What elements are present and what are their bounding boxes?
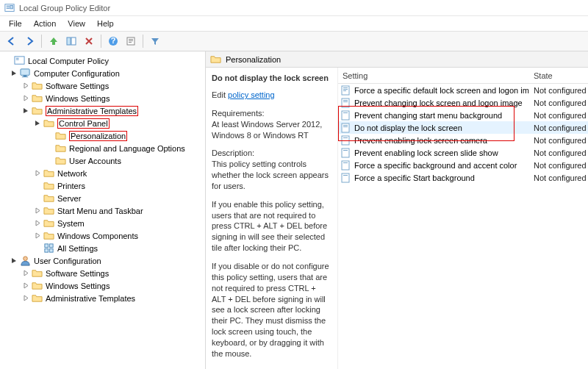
setting-state: Not configured: [529, 123, 588, 132]
tree-label: System: [57, 219, 85, 228]
tree-printers[interactable]: Printers: [1, 179, 205, 192]
column-setting[interactable]: Setting: [338, 71, 529, 80]
tree-software-settings[interactable]: Software Settings: [1, 79, 205, 92]
caret-closed-icon[interactable]: [22, 282, 30, 290]
caret-closed-icon[interactable]: [34, 219, 42, 227]
list-item[interactable]: Force a specific default lock screen and…: [338, 84, 588, 96]
menu-view[interactable]: View: [62, 18, 91, 29]
svg-rect-38: [342, 148, 349, 157]
caret-icon: [46, 132, 54, 140]
caret-open-icon[interactable]: [34, 119, 42, 127]
folder-icon: [32, 80, 43, 91]
console-tree[interactable]: Local Computer Policy Computer Configura…: [0, 51, 206, 369]
svg-rect-37: [343, 137, 348, 138]
caret-open-icon[interactable]: [10, 257, 18, 265]
tree-start-menu-taskbar[interactable]: Start Menu and Taskbar: [1, 204, 205, 217]
caret-closed-icon[interactable]: [34, 169, 42, 177]
back-button[interactable]: [4, 33, 20, 49]
back-icon: [7, 36, 17, 46]
menu-help[interactable]: Help: [91, 18, 120, 29]
requirements-text: At least Windows Server 2012, Windows 8 …: [212, 119, 331, 141]
tree-label: Printers: [57, 182, 85, 190]
caret-open-icon[interactable]: [10, 69, 18, 77]
column-state[interactable]: State: [529, 71, 588, 80]
svg-rect-35: [343, 126, 348, 127]
setting-icon: [341, 85, 351, 96]
caret-closed-icon[interactable]: [34, 232, 42, 240]
tree-all-settings[interactable]: All Settings: [1, 242, 205, 254]
svg-rect-42: [342, 173, 349, 182]
setting-state: Not configured: [529, 161, 588, 170]
svg-rect-34: [343, 125, 348, 126]
tree-windows-components[interactable]: Windows Components: [1, 229, 205, 242]
list-item[interactable]: Prevent changing lock screen and logon i…: [338, 96, 588, 109]
svg-rect-1: [7, 5, 10, 6]
tree-user-configuration[interactable]: User Configuration: [1, 254, 205, 267]
tree-system[interactable]: System: [1, 217, 205, 229]
list-item[interactable]: Force a specific Start background Not co…: [338, 171, 588, 184]
caret-icon: [34, 244, 42, 252]
caret-open-icon[interactable]: [22, 107, 30, 115]
folder-icon: [43, 168, 54, 179]
caret-closed-icon[interactable]: [22, 82, 30, 90]
tree-network[interactable]: Network: [1, 167, 205, 179]
svg-text:?: ?: [111, 36, 116, 45]
tree-server[interactable]: Server: [1, 192, 205, 204]
tree-label: Windows Components: [57, 232, 138, 240]
caret-closed-icon[interactable]: [34, 207, 42, 215]
properties-button[interactable]: [123, 33, 139, 49]
menu-file[interactable]: File: [3, 18, 28, 29]
setting-name: Force a specific background and accent c…: [354, 161, 517, 170]
svg-rect-5: [67, 37, 71, 45]
tree-label: Windows Settings: [46, 94, 110, 103]
window-title: Local Group Policy Editor: [19, 4, 110, 12]
setting-icon: [341, 148, 351, 158]
list-item[interactable]: Force a specific background and accent c…: [338, 159, 588, 171]
tree-regional-language[interactable]: Regional and Language Options: [1, 142, 205, 154]
svg-rect-27: [343, 90, 346, 91]
tree-personalization[interactable]: Personalization: [1, 129, 205, 142]
svg-rect-21: [45, 248, 49, 252]
user-icon: [20, 255, 31, 266]
help-button[interactable]: ?: [105, 33, 121, 49]
tree-label: Personalization: [69, 131, 127, 141]
filter-button[interactable]: [147, 33, 163, 49]
caret-closed-icon[interactable]: [22, 294, 30, 302]
menu-action[interactable]: Action: [28, 18, 62, 29]
list-item[interactable]: Prevent changing start menu background N…: [338, 109, 588, 121]
tree-computer-configuration[interactable]: Computer Configuration: [1, 67, 205, 79]
tree-user-admin-templates[interactable]: Administrative Templates: [1, 292, 205, 304]
toolbar-separator: [101, 35, 101, 48]
tree-label: Control Panel: [57, 118, 110, 129]
show-hide-tree-button[interactable]: [63, 33, 79, 49]
tree-user-windows-settings[interactable]: Windows Settings: [1, 279, 205, 292]
tree-control-panel[interactable]: Control Panel: [1, 117, 205, 129]
tree-root[interactable]: Local Computer Policy: [1, 54, 205, 67]
delete-button[interactable]: [81, 33, 97, 49]
tree-windows-settings[interactable]: Windows Settings: [1, 92, 205, 104]
caret-closed-icon[interactable]: [22, 94, 30, 102]
svg-rect-15: [16, 60, 19, 60]
setting-name: Prevent changing start menu background: [354, 111, 502, 120]
tree-user-software-settings[interactable]: Software Settings: [1, 267, 205, 279]
location-header: Personalization: [206, 51, 588, 68]
svg-rect-36: [342, 136, 349, 145]
tree-label: Administrative Templates: [46, 106, 138, 116]
svg-rect-14: [16, 58, 19, 59]
tree-administrative-templates[interactable]: Administrative Templates: [1, 104, 205, 117]
edit-policy-link[interactable]: policy setting: [228, 90, 275, 99]
up-button[interactable]: [46, 33, 62, 49]
description-heading: Description:: [212, 148, 331, 159]
folder-icon: [43, 193, 54, 204]
setting-name: Prevent enabling lock screen camera: [354, 136, 487, 145]
list-item[interactable]: Prevent enabling lock screen camera Not …: [338, 134, 588, 146]
list-item-selected[interactable]: Do not display the lock screen Not confi…: [338, 121, 588, 134]
tree-user-accounts[interactable]: User Accounts: [1, 154, 205, 167]
svg-rect-18: [22, 76, 28, 77]
properties-icon: [126, 36, 136, 46]
list-item[interactable]: Prevent enabling lock screen slide show …: [338, 146, 588, 159]
svg-point-23: [24, 257, 28, 261]
tree-label: Administrative Templates: [46, 294, 135, 303]
forward-button[interactable]: [21, 33, 37, 49]
caret-closed-icon[interactable]: [22, 269, 30, 277]
